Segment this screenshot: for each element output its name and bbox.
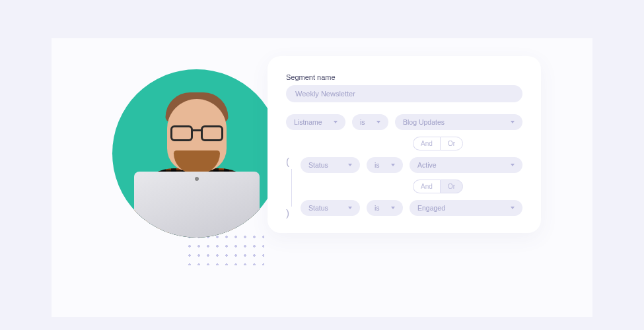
- dropdown-value: Status: [308, 204, 328, 212]
- rule-row-3: Status is Engaged: [301, 200, 522, 216]
- chevron-down-icon: [511, 164, 515, 166]
- segment-name-input[interactable]: Weekly Newsletter: [286, 85, 522, 102]
- field-dropdown[interactable]: Status: [301, 157, 360, 173]
- segment-name-label: Segment name: [286, 73, 522, 81]
- rule-row-1: Listname is Blog Updates: [286, 114, 522, 130]
- dropdown-value: Blog Updates: [403, 118, 445, 126]
- or-button[interactable]: Or: [440, 180, 463, 193]
- chevron-down-icon: [511, 121, 515, 123]
- dropdown-value: Listname: [294, 118, 322, 126]
- operator-dropdown[interactable]: is: [367, 200, 403, 216]
- chevron-down-icon: [511, 207, 515, 209]
- logic-toggle-1: And Or: [286, 137, 522, 150]
- dropdown-value: Status: [308, 161, 328, 169]
- value-dropdown[interactable]: Active: [410, 157, 522, 173]
- value-dropdown[interactable]: Blog Updates: [395, 114, 522, 130]
- operator-dropdown[interactable]: is: [352, 114, 388, 130]
- chevron-down-icon: [334, 121, 338, 123]
- dropdown-value: Active: [417, 161, 437, 169]
- group-close-paren: ): [286, 207, 289, 218]
- rule-group: ( Status is Active And Or Status: [286, 157, 522, 216]
- logic-toggle-2: And Or: [301, 180, 522, 193]
- group-open-paren: (: [286, 156, 289, 167]
- chevron-down-icon: [348, 207, 352, 209]
- chevron-down-icon: [348, 164, 352, 166]
- chevron-down-icon: [391, 207, 395, 209]
- and-button[interactable]: And: [413, 180, 440, 193]
- segment-builder-card: Segment name Weekly Newsletter Listname …: [268, 56, 541, 233]
- field-dropdown[interactable]: Listname: [286, 114, 345, 130]
- group-line: [291, 169, 292, 207]
- value-dropdown[interactable]: Engaged: [410, 200, 522, 216]
- operator-dropdown[interactable]: is: [367, 157, 403, 173]
- chevron-down-icon: [376, 121, 380, 123]
- rule-row-2: Status is Active: [301, 157, 522, 173]
- dropdown-value: is: [360, 118, 365, 126]
- dropdown-value: is: [375, 204, 380, 212]
- dropdown-value: is: [375, 161, 380, 169]
- avatar-photo: [112, 69, 281, 238]
- and-button[interactable]: And: [413, 137, 440, 150]
- dropdown-value: Engaged: [417, 204, 445, 212]
- field-dropdown[interactable]: Status: [301, 200, 360, 216]
- chevron-down-icon: [391, 164, 395, 166]
- or-button[interactable]: Or: [440, 137, 463, 150]
